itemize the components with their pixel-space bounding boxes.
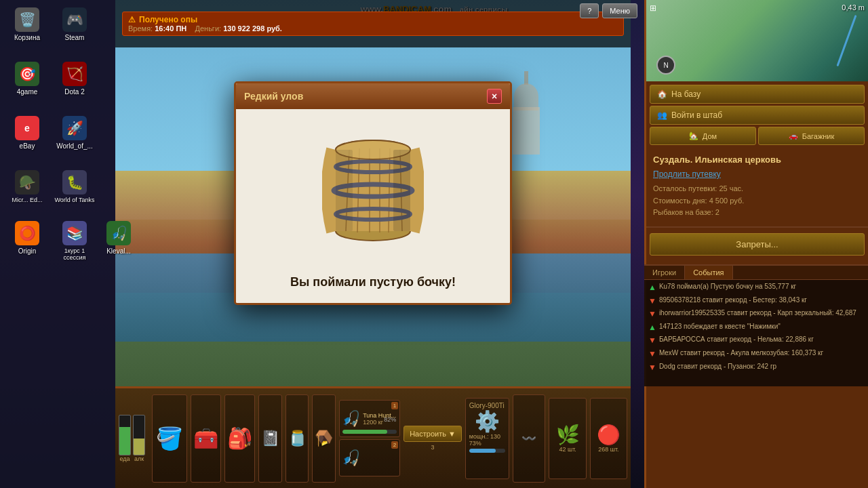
bag-icon: 🎒 [227,426,252,450]
bucket-item[interactable]: 🪣 [152,394,187,483]
reel-durability: 73% [469,440,505,447]
desktop-icon-worldoftanks2[interactable]: 🪖 Micr... Ed... [3,166,51,207]
alc-energy-bar [133,415,145,455]
bag-item[interactable]: 🎒 [224,394,255,483]
minimap-distance: 0,43 m [842,3,865,12]
desktop-icon-1kurs[interactable]: 📚 1курс 1 ссессия [51,217,98,265]
location-name: Суздаль. Ильинская церковь [653,154,861,166]
bait-item-2[interactable]: 🔴 268 шт. [590,398,627,479]
rod-progress-fill-1 [342,430,387,434]
event-item: ▲ 147123 побеждает в квесте "Нажимки" [648,322,864,333]
reel-power: мощн.: 130 [469,433,505,440]
pot-icon: 🫙 [288,430,307,447]
modal-title-bar: Редкий улов × [236,83,510,109]
event-arrow-down: ▼ [648,363,656,373]
desktop-icon-kleval[interactable]: 🎣 Kleval... [95,217,142,259]
event-arrow-down: ▼ [648,309,656,320]
minimap-size-icon: ⊞ [650,3,656,13]
reel-name: Glory-900Ti [469,402,505,409]
desktop-icon-korzina[interactable]: 🗑️ Корзина [3,3,51,45]
help-button[interactable]: ? [580,3,599,18]
tab-events[interactable]: События [685,266,732,279]
modal-close-button[interactable]: × [487,89,502,104]
tacklebox-icon: 🧰 [193,426,218,450]
reel-container[interactable]: Glory-900Ti ⚙️ мощн.: 130 73% [465,398,509,479]
rod-slot-2[interactable]: 🎣 2 [339,439,400,476]
trunk-button[interactable]: 🚗 Багажник [758,127,865,145]
desktop-icon-origin[interactable]: ⭕ Origin [3,217,51,259]
bait-icon-2: 🔴 [597,424,620,446]
minimap: 0,43 m ⊞ N [646,0,868,81]
game-header: ⚠ Получено опы Время: 16:40 ПН Деньги: 1… [115,0,631,47]
event-arrow-down: ▼ [648,349,656,360]
menu-button[interactable]: Меню [602,3,637,18]
modal-message: Вы поймали пустую бочку! [290,275,456,289]
event-item: ▼ MexW ставит рекорд - Акула мелкозубая:… [648,348,864,360]
base-button[interactable]: 🏠 На базу [650,85,865,104]
pot-item[interactable]: 🫙 [285,394,309,483]
line-icon: 〰️ [521,431,536,446]
compass: N [656,56,675,75]
panel-buttons: 🏠 На базу 👥 Войти в штаб 🏡 Дом 🚗 Багажни… [646,81,868,148]
hq-icon: 👥 [657,110,667,120]
event-arrow-down: ▼ [648,296,656,307]
events-tabs: Игроки События [644,266,868,280]
rod-icon-1: 🎣 [342,410,360,428]
desktop-icon-dota2[interactable]: 🏹 Dota 2 [51,58,98,100]
zapret-button[interactable]: Запреты... [650,233,865,256]
event-item: ▼ 89506378218 ставит рекорд - Бестер: 38… [648,296,864,307]
right-panel: 0,43 m ⊞ N 🏠 На базу 👥 Войти в штаб 🏡 До… [644,0,868,488]
modal-body: Вы поймали пустую бочку! [236,109,510,303]
panel-divider [646,226,868,228]
desktop-icon-debug[interactable]: 🐛 World of Tanks [51,166,98,207]
location-info: Суздаль. Ильинская церковь Продлить путе… [646,148,868,224]
event-arrow-down: ▼ [648,336,656,346]
extend-link[interactable]: Продлить путевку [653,169,861,180]
alc-fill [134,439,144,454]
book-item[interactable]: 📓 [258,394,282,483]
event-item: ▼ Dodg ставит рекорд - Пузанок: 242 гр [648,362,864,373]
tacklebox-item[interactable]: 🧰 [191,394,221,483]
location-details: Осталось путевки: 25 час. Стоимость дня:… [653,183,861,219]
energy-container: еда алк [119,415,145,462]
net-item[interactable]: 🪤 [312,394,336,483]
barrel-container [312,123,434,258]
warning-icon: ⚠ [128,15,136,24]
line-item[interactable]: 〰️ [513,394,545,483]
minimap-container: 0,43 m ⊞ N [646,0,868,81]
configure-button[interactable]: Настроить ▼ [403,426,462,442]
bucket-icon: 🪣 [156,426,183,451]
rod-container: 🎣 Tuna Hunt... 1200 кг 1 82% 🎣 2 [339,400,400,476]
desktop-icon-ebay[interactable]: e eBay [3,112,51,154]
compass-container: N [656,56,675,75]
minimap-river [836,15,856,66]
taskbar-left: 🗑️ Корзина 🎮 Steam 🎯 4game 🏹 Dota 2 e eB… [0,0,115,488]
rod-progress-bar-1 [342,430,397,434]
tab-players[interactable]: Игроки [644,266,685,279]
event-arrow-up: ▲ [648,283,656,293]
bottom-toolbar: еда алк 🪣 🧰 🎒 📓 🫙 🪤 🎣 Tuna [115,386,631,488]
svg-rect-14 [393,150,410,231]
food-energy-bar [119,415,131,455]
event-item: ▼ БАРБАРОССА ставит рекорд - Нельма: 22,… [648,335,864,346]
event-item: ▼ ihorwarrior199525335 ставит рекорд - К… [648,308,864,320]
reel-progress [469,449,505,453]
reel-progress-fill [469,449,496,453]
rod-slot-1[interactable]: 🎣 Tuna Hunt... 1200 кг 1 82% [339,400,400,437]
book-icon: 📓 [261,430,279,447]
bait-icon-1: 🌿 [556,424,580,446]
desktop-icon-worldoftanks[interactable]: 🚀 World_of_... [51,112,98,154]
modal-title: Редкий улов [244,91,303,102]
bait-item-1[interactable]: 🌿 42 шт. [549,398,586,479]
desktop-icon-steam[interactable]: 🎮 Steam [51,3,98,45]
rod3-badge: 3 [431,444,434,451]
game-notification: ⚠ Получено опы Время: 16:40 ПН Деньги: 1… [122,12,624,36]
home-icon: 🏡 [689,131,698,140]
home-button[interactable]: 🏡 Дом [650,127,756,145]
event-arrow-up: ▲ [648,323,656,333]
rare-catch-modal: Редкий улов × [234,81,512,305]
hq-button[interactable]: 👥 Войти в штаб [650,106,865,125]
trunk-icon: 🚗 [789,131,798,140]
configure-row: Настроить ▼ 3 [403,426,462,451]
desktop-icon-4game[interactable]: 🎯 4game [3,58,51,100]
